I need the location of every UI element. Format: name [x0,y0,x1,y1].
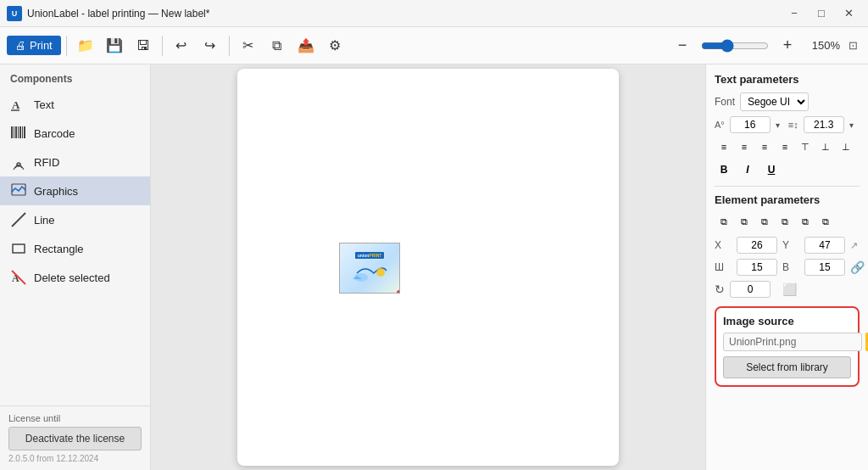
rectangle-icon [10,240,27,257]
settings-button[interactable]: ⚙ [321,32,348,59]
sidebar: Components A Text Barcode [0,64,151,470]
deactivate-button[interactable]: Deactivate the license [8,427,142,450]
close-button[interactable]: ✕ [836,4,861,23]
text-params-title: Text parameters [715,73,860,86]
y-input[interactable] [804,237,845,254]
titlebar-controls: − □ ✕ [782,4,861,23]
panel-divider [715,186,860,187]
main-area: Components A Text Barcode [0,64,868,470]
sidebar-item-rfid-label: RFID [34,156,59,169]
elem-align-top-button[interactable]: ⧉ [776,213,794,230]
svg-rect-12 [13,244,25,253]
align-right-button[interactable]: ≡ [755,138,774,155]
align-top-button[interactable]: ⊤ [796,138,815,155]
elem-align-left-button[interactable]: ⧉ [715,213,733,230]
print-button[interactable]: 🖨 Print [7,36,61,55]
bold-button[interactable]: B [715,160,733,179]
select-from-library-button[interactable]: Select from library [723,356,851,378]
align-bottom-button[interactable]: ⊥ [837,138,855,155]
zoom-value: 150% [806,39,840,52]
sidebar-item-line-label: Line [34,214,55,227]
save-as-button[interactable]: 🖫 [130,32,157,59]
svg-rect-7 [22,126,23,138]
folder-open-button[interactable]: 📁 [72,32,99,59]
image-filename-input[interactable] [723,333,862,351]
components-title: Components [0,64,150,90]
sidebar-item-rectangle[interactable]: Rectangle [0,234,150,263]
titlebar-left: U UnionLabel - label printing — New labe… [7,6,209,21]
minimize-button[interactable]: − [782,4,807,23]
label-canvas[interactable]: unionPRINT [237,69,619,466]
license-label: License until [8,413,142,423]
zoom-fit-button[interactable]: ⊡ [845,37,861,53]
sidebar-item-graphics[interactable]: Graphics [0,176,150,205]
xy-row: X Y ↗ [715,237,860,254]
delete-icon: A [10,269,27,286]
elem-align-center-v-button[interactable]: ⧉ [796,213,815,230]
sidebar-item-line[interactable]: Line [0,205,150,234]
redo-button[interactable]: ↪ [197,32,224,59]
text-icon: A [10,96,27,113]
align-justify-button[interactable]: ≡ [776,138,794,155]
sidebar-item-barcode[interactable]: Barcode [0,119,150,148]
version-label: 2.0.5.0 from 12.12.2024 [8,454,142,463]
svg-rect-5 [18,126,19,138]
toolbar-separator-3 [229,36,230,56]
font-label: Font [715,96,735,108]
graphics-icon [10,182,27,199]
line-height-input[interactable] [804,116,844,133]
printer-icon: 🖨 [15,39,26,52]
zoom-out-button[interactable]: − [669,32,696,59]
svg-rect-8 [24,126,25,138]
copy-button[interactable]: ⧉ [264,32,291,59]
app-logo: U [7,6,22,21]
resize-handle[interactable] [397,290,400,294]
sidebar-item-rfid[interactable]: RFID [0,148,150,176]
h-input[interactable] [804,259,845,276]
font-size-input[interactable]: 16 [730,116,771,133]
restore-button[interactable]: □ [809,4,834,23]
elem-align-right-button[interactable]: ⧉ [755,213,774,230]
align-center-button[interactable]: ≡ [735,138,754,155]
zoom-slider[interactable] [701,39,769,53]
font-select[interactable]: Segoe UI [740,92,809,111]
placed-image[interactable]: unionPRINT [339,243,400,294]
save-button[interactable]: 💾 [101,32,128,59]
sidebar-item-barcode-label: Barcode [34,127,75,140]
sidebar-item-text[interactable]: A Text [0,90,150,119]
underline-button[interactable]: U [762,160,781,179]
elem-align-bottom-button[interactable]: ⧉ [816,213,835,230]
cut-button[interactable]: ✂ [235,32,262,59]
element-params-title: Element parameters [715,193,860,206]
zoom-in-button[interactable]: + [774,32,801,59]
x-label: X [715,239,732,251]
barcode-icon [10,125,27,142]
element-align-row: ⧉ ⧉ ⧉ ⧉ ⧉ ⧉ [715,213,860,230]
format-row: B I U [715,160,860,179]
x-input[interactable] [737,237,777,254]
print-label: Print [30,39,53,52]
image-source-title: Image source [723,315,851,327]
rotation-input[interactable] [730,281,771,298]
font-row: Font Segoe UI [715,92,860,111]
italic-button[interactable]: I [738,160,757,179]
image-input-row: 📁 [723,333,851,351]
rotation-icon: ↻ [715,283,725,296]
link-aspect-icon[interactable]: 🔗 [850,260,865,274]
image-source-section: Image source 📁 Select from library [715,306,860,387]
export-button[interactable]: 📤 [292,32,320,59]
align-left-button[interactable]: ≡ [715,138,733,155]
titlebar: U UnionLabel - label printing — New labe… [0,0,868,27]
canvas-area[interactable]: unionPRINT [151,64,705,470]
sidebar-item-delete-label: Delete selected [34,271,110,284]
w-label: Ш [715,261,732,273]
logo-text: U [12,9,18,18]
elem-align-center-h-button[interactable]: ⧉ [735,213,754,230]
undo-button[interactable]: ↩ [168,32,195,59]
sidebar-item-delete[interactable]: A Delete selected [0,263,150,292]
wh-row: Ш В 🔗 [715,259,860,276]
rfid-icon [10,154,27,171]
align-middle-button[interactable]: ⊥ [816,138,835,155]
corner-icon: ⬜ [782,283,797,296]
w-input[interactable] [737,259,777,276]
